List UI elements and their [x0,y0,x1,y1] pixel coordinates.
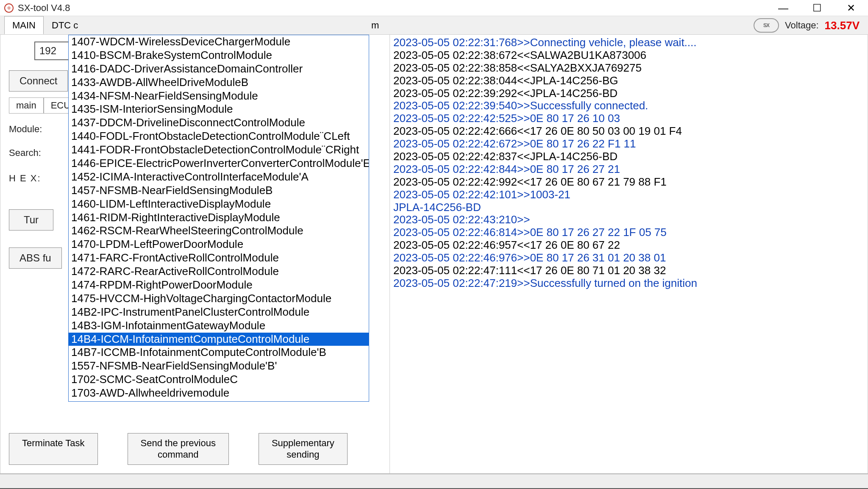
log-line: 2023-05-05 02:22:38:672<<SALWA2BU1KA8730… [393,49,864,62]
module-dropdown-item[interactable]: 1441-FODR-FrontObstacleDetectionControlM… [69,143,369,157]
abs-button[interactable]: ABS fu [9,247,62,269]
terminate-task-button[interactable]: Terminate Task [9,433,98,465]
module-dropdown-item[interactable]: 1471-FARC-FrontActiveRollControlModule [69,251,369,265]
toolbar-right: SX Voltage: 13.57V [754,16,860,35]
module-dropdown-item[interactable]: 1472-RARC-RearActiveRollControlModule [69,265,369,278]
log-line: 2023-05-05 02:22:39:540>>Successfully co… [393,100,864,112]
module-dropdown-item[interactable]: 1407-WDCM-WirelessDeviceChargerModule [69,35,369,49]
log-line: 2023-05-05 02:22:46:976>>0E 80 17 26 31 … [393,252,864,264]
module-dropdown-item[interactable]: 1460-LIDM-LeftInteractiveDisplayModule [69,197,369,211]
close-button[interactable]: ✕ [834,0,868,16]
send-previous-command-button[interactable]: Send the previous command [128,433,229,465]
sub-tab-main[interactable]: main [9,97,44,114]
top-toolbar: MAIN DTC c m SX Voltage: 13.57V [0,16,868,35]
log-line: 2023-05-05 02:22:38:044<<JPLA-14C256-BG [393,75,864,87]
log-line: 2023-05-05 02:22:42:992<<17 26 0E 80 67 … [393,176,864,189]
module-dropdown-item[interactable]: 14B3-IGM-InfotainmentGatewayModule [69,319,369,333]
module-dropdown-item[interactable]: 1557-NFSMB-NearFieldSensingModule'B' [69,359,369,373]
module-dropdown-item[interactable]: 1702-SCMC-SeatControlModuleC [69,373,369,386]
log-line: 2023-05-05 02:22:39:292<<JPLA-14C256-BD [393,87,864,100]
module-dropdown-item[interactable]: 1435-ISM-InteriorSensingModule [69,103,369,116]
module-dropdown-item[interactable]: 1462-RSCM-RearWheelSteeringControlModule [69,224,369,238]
module-dropdown-item[interactable]: 14B2-IPC-InstrumentPanelClusterControlMo… [69,306,369,319]
window-titlebar: ⊜ SX-tool V4.8 — ☐ ✕ [0,0,868,16]
tab-trail-letter: m [371,20,379,31]
log-line: 2023-05-05 02:22:46:957<<17 26 0E 80 67 … [393,239,864,252]
log-line: 2023-05-05 02:22:42:672>>0E 80 17 26 22 … [393,138,864,150]
log-line: 2023-05-05 02:22:42:844>>0E 80 17 26 27 … [393,163,864,176]
log-line: 2023-05-05 02:22:47:111<<17 26 0E 80 71 … [393,264,864,277]
log-line: 2023-05-05 02:22:31:768>>Connecting vehi… [393,36,864,49]
log-line: JPLA-14C256-BD [393,201,864,214]
content-area: 192 Connect main ECU Module: Search: H E… [0,35,868,474]
module-dropdown-item[interactable]: 1416-DADC-DriverAssistanceDomainControll… [69,62,369,76]
window-controls: — ☐ ✕ [766,0,868,16]
voltage-value: 13.57V [825,19,860,32]
log-line: 2023-05-05 02:22:38:858<<SALYA2BXXJA7692… [393,62,864,75]
tab-main[interactable]: MAIN [4,16,44,34]
module-dropdown-item[interactable]: 1446-EPICE-ElectricPowerInverterConverte… [69,157,369,170]
maximize-button[interactable]: ☐ [800,0,834,16]
module-dropdown-item[interactable]: 1474-RPDM-RightPowerDoorModule [69,278,369,292]
left-panel: 192 Connect main ECU Module: Search: H E… [0,35,390,474]
voltage-label: Voltage: [785,20,819,31]
module-dropdown-item[interactable]: 1703-AWD-Allwheeldrivemodule [69,386,369,400]
window-title: SX-tool V4.8 [18,3,70,14]
app-icon: ⊜ [4,3,14,13]
module-dropdown-item[interactable]: 1461-RIDM-RightInteractiveDisplayModule [69,211,369,225]
module-dropdown-item[interactable]: 1410-BSCM-BrakeSystemControlModule [69,49,369,62]
minimize-button[interactable]: — [766,0,800,16]
log-line: 2023-05-05 02:22:43:210>> [393,214,864,226]
module-dropdown-item[interactable]: 1703-NFSMC-NearFieldSensingModuleC [69,400,369,402]
top-tab-strip: MAIN DTC c [4,16,86,34]
module-dropdown-item[interactable]: 14B7-ICCMB-InfotainmentComputeControlMod… [69,346,369,359]
module-dropdown-item[interactable]: 1457-NFSMB-NearFieldSensingModuleB [69,184,369,197]
module-dropdown-item[interactable]: 1433-AWDB-AllWheelDriveModuleB [69,76,369,89]
module-dropdown-item[interactable]: 14B4-ICCM-InfotainmentComputeControlModu… [69,333,369,346]
log-line: 2023-05-05 02:22:42:101>>1003-21 [393,189,864,201]
module-dropdown-item[interactable]: 1434-NFSM-NearFieldSensingModule [69,89,369,103]
module-dropdown-item[interactable]: 1452-ICIMA-InteractiveControlInterfaceMo… [69,170,369,184]
supplementary-sending-button[interactable]: Supplementary sending [259,433,348,465]
status-bar [0,474,868,489]
module-dropdown-item[interactable]: 1475-HVCCM-HighVoltageChargingContactorM… [69,292,369,306]
log-panel[interactable]: 2023-05-05 02:22:31:768>>Connecting vehi… [390,35,868,474]
log-line: 2023-05-05 02:22:42:837<<JPLA-14C256-BD [393,150,864,163]
log-line: 2023-05-05 02:22:42:666<<17 26 0E 80 50 … [393,125,864,138]
module-dropdown-item[interactable]: 1470-LPDM-LeftPowerDoorModule [69,238,369,251]
module-dropdown-item[interactable]: 1440-FODL-FrontObstacleDetectionControlM… [69,130,369,143]
turn-button[interactable]: Tur [9,209,53,231]
tab-dtc[interactable]: DTC c [44,16,86,34]
brand-logo-icon: SX [754,18,779,33]
bottom-button-row: Terminate Task Send the previous command… [9,433,381,465]
module-dropdown-item[interactable]: 1437-DDCM-DrivelineDisconnectControlModu… [69,116,369,130]
log-line: 2023-05-05 02:22:46:814>>0E 80 17 26 27 … [393,226,864,239]
module-dropdown-list[interactable]: 1407-WDCM-WirelessDeviceChargerModule141… [68,35,369,402]
log-line: 2023-05-05 02:22:47:219>>Successfully tu… [393,277,864,290]
connect-button[interactable]: Connect [9,70,68,92]
log-line: 2023-05-05 02:22:42:525>>0E 80 17 26 10 … [393,112,864,125]
